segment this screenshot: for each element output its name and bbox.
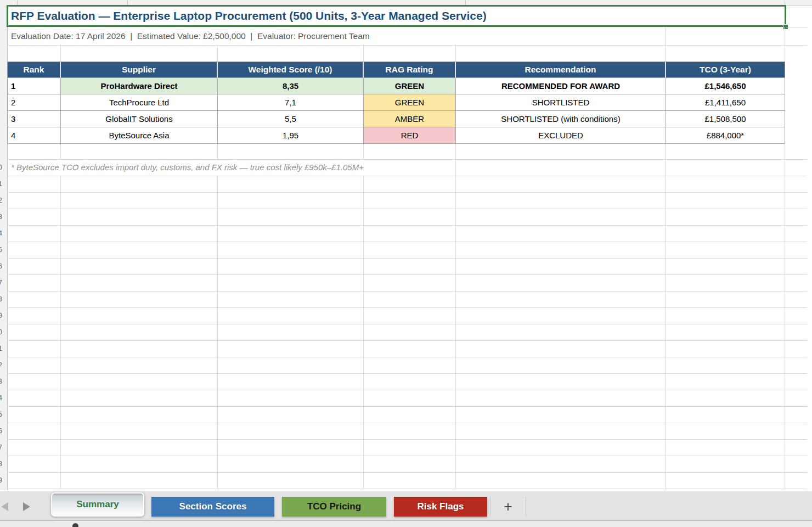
gridline — [363, 143, 364, 159]
cell-score[interactable]: 7,1 — [218, 94, 364, 111]
row-number[interactable]: 19 — [0, 311, 2, 320]
row-number[interactable]: 17 — [0, 278, 2, 287]
cell-score[interactable]: 5,5 — [218, 111, 364, 127]
row-number[interactable]: 26 — [0, 427, 2, 435]
row-number[interactable]: 25 — [0, 410, 2, 419]
row-number[interactable]: 14 — [0, 229, 2, 238]
cell-rank[interactable]: 3 — [8, 111, 61, 127]
header-rank[interactable]: Rank — [8, 62, 61, 78]
header-rag-rating[interactable]: RAG Rating — [364, 62, 456, 78]
column-divider — [17, 1, 18, 5]
gridline — [455, 45, 456, 61]
gridline — [60, 45, 61, 61]
status-bar-icon — [72, 523, 78, 527]
cell-recommendation[interactable]: RECOMMENDED FOR AWARD — [456, 78, 666, 94]
column-divider — [127, 1, 128, 5]
cell-rank[interactable]: 1 — [8, 78, 61, 94]
cell-rag[interactable]: RED — [364, 127, 456, 144]
gridline — [60, 143, 61, 159]
row-number[interactable]: 16 — [0, 262, 2, 271]
gridline — [217, 45, 218, 61]
gridline — [785, 27, 785, 61]
footnote-cell[interactable]: * ByteSource TCO excludes import duty, c… — [11, 159, 364, 176]
row-number[interactable]: 11 — [0, 180, 2, 188]
header-tco[interactable]: TCO (3-Year) — [666, 62, 785, 78]
row-number[interactable]: 10 — [0, 163, 2, 172]
row-header-gutter: 1011121314151617181920212223242526272829 — [0, 5, 8, 490]
header-weighted-score[interactable]: Weighted Score (/10) — [218, 62, 364, 78]
row-number[interactable]: 29 — [0, 476, 2, 485]
cell-rank[interactable]: 2 — [8, 94, 61, 111]
tab-scroll-left-icon[interactable] — [1, 502, 8, 511]
row-number[interactable]: 28 — [0, 459, 2, 468]
row-number[interactable]: 27 — [0, 443, 2, 452]
row-number[interactable]: 12 — [0, 196, 2, 205]
gridline-area — [7, 159, 807, 489]
cell-rank[interactable]: 4 — [8, 127, 61, 144]
header-recommendation[interactable]: Recommendation — [456, 62, 666, 78]
row-number[interactable]: 23 — [0, 377, 2, 386]
row-number[interactable]: 21 — [0, 344, 2, 353]
column-divider — [465, 1, 466, 5]
cell-rag[interactable]: GREEN — [364, 78, 456, 94]
gridline — [217, 176, 218, 489]
gridline — [786, 27, 807, 27]
tab-risk-flags[interactable]: Risk Flags — [394, 497, 487, 517]
row-number[interactable]: 13 — [0, 212, 2, 221]
gridline — [363, 176, 364, 489]
cell-tco[interactable]: £1,508,500 — [666, 111, 785, 127]
row-number[interactable]: 20 — [0, 328, 2, 337]
cell-score[interactable]: 1,95 — [218, 127, 364, 144]
gridline — [455, 143, 456, 489]
row-number[interactable]: 15 — [0, 245, 2, 254]
cell-tco[interactable]: £1,411,650 — [666, 94, 785, 111]
gridline — [363, 45, 364, 61]
cell-recommendation[interactable]: SHORTLISTED — [456, 94, 666, 111]
cell-score[interactable]: 8,35 — [218, 78, 364, 94]
tab-section-scores[interactable]: Section Scores — [151, 497, 274, 517]
cell-rag[interactable]: GREEN — [364, 94, 456, 111]
row-number[interactable]: 24 — [0, 394, 2, 402]
status-bar-strip — [0, 520, 812, 527]
gridline — [217, 143, 218, 159]
cell-recommendation[interactable]: EXCLUDED — [456, 127, 666, 144]
page-title[interactable]: RFP Evaluation — Enterprise Laptop Procu… — [7, 5, 786, 27]
gridline — [7, 45, 807, 46]
cell-rag[interactable]: AMBER — [364, 111, 456, 127]
row-number[interactable]: 22 — [0, 361, 2, 369]
evaluation-table: Rank Supplier Weighted Score (/10) RAG R… — [7, 61, 785, 144]
tab-summary[interactable]: Summary — [51, 492, 144, 517]
tab-scroll-right-icon[interactable] — [23, 502, 30, 511]
subtitle-cell[interactable]: Evaluation Date: 17 April 2026 | Estimat… — [11, 27, 370, 45]
gridline — [666, 143, 666, 489]
cell-supplier[interactable]: GlobalIT Solutions — [61, 111, 218, 127]
gridline — [666, 27, 666, 61]
cell-tco[interactable]: £884,000* — [666, 127, 785, 144]
gridline — [60, 176, 61, 489]
cell-supplier[interactable]: ProHardware Direct — [61, 78, 218, 94]
cell-supplier[interactable]: ByteSource Asia — [61, 127, 218, 144]
cell-supplier[interactable]: TechProcure Ltd — [61, 94, 218, 111]
cell-tco[interactable]: £1,546,650 — [666, 78, 785, 94]
add-sheet-button[interactable]: + — [490, 497, 526, 517]
row-number[interactable]: 18 — [0, 295, 2, 304]
column-divider — [785, 1, 785, 5]
header-supplier[interactable]: Supplier — [61, 62, 218, 78]
tab-tco-pricing[interactable]: TCO Pricing — [282, 497, 386, 517]
cell-recommendation[interactable]: SHORTLISTED (with conditions) — [456, 111, 666, 127]
gridline — [785, 143, 785, 489]
